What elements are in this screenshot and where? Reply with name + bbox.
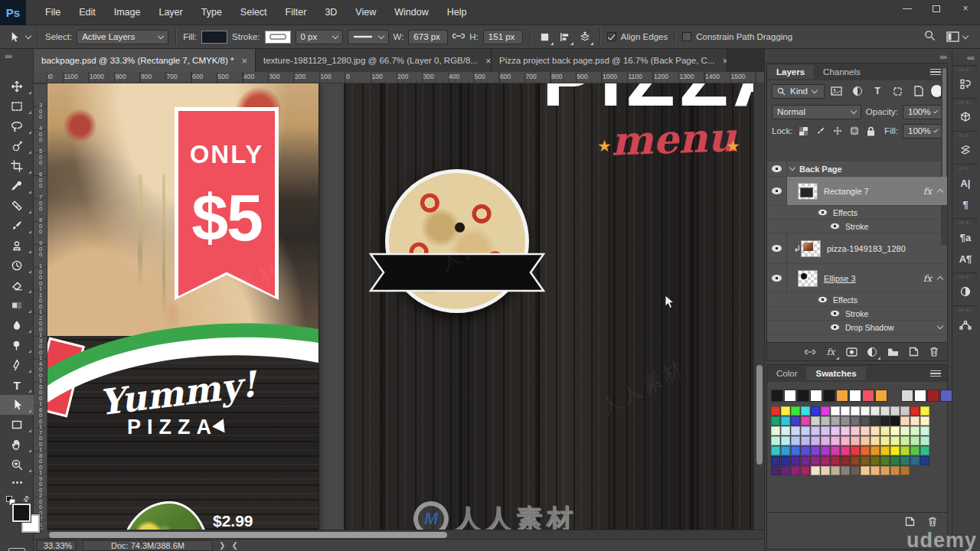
- color-swatch[interactable]: [771, 406, 780, 416]
- color-swatch[interactable]: [781, 406, 790, 416]
- visibility-eye-icon[interactable]: [831, 311, 839, 317]
- chevron-down-icon[interactable]: [937, 323, 943, 329]
- color-swatch[interactable]: [920, 456, 929, 465]
- color-swatch[interactable]: [771, 416, 780, 425]
- recent-swatch[interactable]: [875, 390, 887, 402]
- color-swatch[interactable]: [900, 466, 910, 475]
- color-swatch[interactable]: [791, 426, 800, 435]
- recent-swatch[interactable]: [862, 390, 874, 402]
- color-swatch[interactable]: [821, 426, 830, 435]
- menu-3d[interactable]: 3D: [316, 4, 345, 21]
- color-swatch[interactable]: [851, 456, 860, 465]
- menu-window[interactable]: Window: [386, 4, 436, 21]
- tab-channels[interactable]: Channels: [814, 65, 870, 79]
- recent-swatch[interactable]: [784, 390, 796, 402]
- color-swatch[interactable]: [910, 416, 920, 425]
- stroke-type-dropdown[interactable]: [348, 30, 389, 44]
- group-expand-chevron[interactable]: [789, 165, 795, 171]
- color-swatch[interactable]: [831, 446, 840, 455]
- color-swatch[interactable]: [791, 456, 800, 465]
- layer-row-pizza-1949183-1280[interactable]: ↲pizza-1949183_1280: [767, 233, 947, 264]
- color-swatch[interactable]: [920, 406, 929, 416]
- color-swatch[interactable]: [861, 406, 870, 416]
- fx-badge[interactable]: fx: [923, 186, 932, 197]
- color-swatch[interactable]: [771, 446, 780, 455]
- color-swatch[interactable]: [871, 426, 880, 435]
- color-swatch[interactable]: [811, 426, 820, 435]
- drag-grip[interactable]: [959, 68, 972, 71]
- color-swatch[interactable]: [831, 426, 840, 435]
- new-adjustment-layer-icon[interactable]: [865, 346, 879, 358]
- color-swatch[interactable]: [811, 466, 820, 475]
- color-swatch[interactable]: [821, 456, 830, 465]
- color-swatch[interactable]: [851, 426, 860, 435]
- document-page-front[interactable]: ONLY $5 Yummy! PIZZA $2.99: [47, 83, 318, 530]
- tool-blur[interactable]: [0, 315, 34, 335]
- fx-collapse-chevron[interactable]: [937, 276, 943, 282]
- color-swatch[interactable]: [880, 436, 890, 445]
- color-swatch[interactable]: [910, 406, 920, 416]
- color-swatch[interactable]: [781, 446, 790, 455]
- color-swatch[interactable]: [861, 446, 870, 455]
- color-swatch[interactable]: [801, 456, 810, 465]
- layer-style-icon[interactable]: fx: [824, 346, 838, 358]
- vertical-scrollbar[interactable]: [753, 83, 764, 530]
- layer-name[interactable]: Rectangle 7: [824, 187, 869, 196]
- maximize-button[interactable]: [922, 0, 951, 17]
- color-swatch[interactable]: [781, 416, 790, 425]
- paragraph-panel-icon[interactable]: ¶: [952, 194, 978, 215]
- color-swatch[interactable]: [920, 416, 929, 425]
- fx-collapse-chevron[interactable]: [937, 189, 943, 195]
- lock-all-icon[interactable]: [865, 126, 877, 136]
- recent-swatch[interactable]: [849, 390, 861, 402]
- tool-move[interactable]: [0, 77, 34, 96]
- color-swatch[interactable]: [791, 436, 800, 445]
- recent-swatch[interactable]: [927, 390, 939, 402]
- drag-grip[interactable]: [959, 308, 972, 311]
- recent-swatch[interactable]: [914, 390, 926, 402]
- color-swatch[interactable]: [841, 466, 850, 475]
- workspace-switcher[interactable]: [946, 31, 968, 42]
- tool-dodge[interactable]: [0, 335, 34, 355]
- visibility-eye-icon[interactable]: [818, 210, 827, 216]
- color-swatch[interactable]: [841, 456, 850, 465]
- fill-field[interactable]: 100%: [903, 124, 942, 139]
- color-swatch[interactable]: [811, 456, 820, 465]
- color-swatch[interactable]: [920, 446, 929, 455]
- fx-badge[interactable]: fx: [923, 273, 932, 284]
- color-swatch[interactable]: [871, 406, 880, 416]
- drag-grip[interactable]: [959, 276, 972, 279]
- menu-edit[interactable]: Edit: [70, 4, 104, 21]
- color-swatch[interactable]: [821, 406, 830, 416]
- tool-clone-stamp[interactable]: [0, 236, 34, 256]
- color-swatch[interactable]: [831, 456, 840, 465]
- recent-swatch[interactable]: [823, 390, 835, 402]
- adjustments-panel-icon[interactable]: [952, 281, 978, 302]
- color-swatch[interactable]: [920, 426, 929, 435]
- menu-view[interactable]: View: [347, 4, 384, 21]
- color-swatch[interactable]: [871, 466, 880, 475]
- layer-row-stroke[interactable]: Stroke: [767, 220, 947, 233]
- color-swatch[interactable]: [841, 416, 850, 425]
- color-swatch[interactable]: [880, 426, 890, 435]
- tool-hand[interactable]: [0, 435, 34, 455]
- color-swatch[interactable]: [841, 446, 850, 455]
- color-swatch[interactable]: [890, 456, 900, 465]
- color-swatch[interactable]: [801, 406, 810, 416]
- filter-pixel-layers-icon[interactable]: [829, 84, 845, 98]
- lock-pixels-icon[interactable]: [815, 126, 827, 136]
- document-page-back[interactable]: PIZZA ★ menu ★ 人人素材 人人素材: [345, 83, 753, 530]
- color-swatch[interactable]: [851, 416, 860, 425]
- visibility-eye-icon[interactable]: [818, 297, 827, 303]
- search-icon[interactable]: [924, 30, 936, 44]
- tool-zoom[interactable]: [0, 455, 34, 474]
- fill-color-swatch[interactable]: [201, 31, 227, 44]
- color-swatch[interactable]: [900, 436, 910, 445]
- shape-height-field[interactable]: 151 px: [483, 30, 523, 44]
- layer-row-drop-shadow[interactable]: Drop Shadow: [767, 321, 947, 334]
- path-operations-button[interactable]: [537, 29, 553, 44]
- tab-close-icon[interactable]: ×: [722, 55, 727, 67]
- path-alignment-button[interactable]: [557, 29, 573, 44]
- color-swatch[interactable]: [781, 466, 790, 475]
- quick-mask-button[interactable]: [8, 548, 25, 551]
